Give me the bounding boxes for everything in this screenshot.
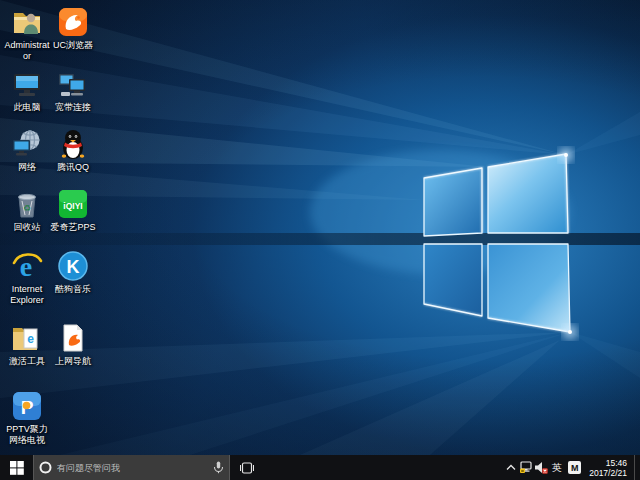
- pptv-icon: P: [11, 389, 44, 422]
- desktop-icon-label: 此电脑: [4, 102, 50, 113]
- wallpaper: [0, 0, 640, 455]
- desktop-icon-label: 爱奇艺PPS: [50, 222, 96, 233]
- language-indicator[interactable]: 英: [548, 461, 565, 475]
- computer-icon: [11, 67, 44, 100]
- desktop-icon-label: 回收站: [4, 222, 50, 233]
- svg-text:iQIYI: iQIYI: [63, 200, 82, 210]
- desktop-icon-recycle-bin[interactable]: ♻ 回收站: [4, 187, 50, 233]
- qq-penguin-icon: [57, 127, 90, 160]
- desktop-icon-pptv[interactable]: P PPTV聚力 网络电视: [4, 389, 50, 446]
- iqiyi-pps-icon: iQIYI: [57, 187, 90, 220]
- vignette-overlay: [0, 0, 640, 455]
- desktop-icon-activation-tool[interactable]: e 激活工具: [4, 321, 50, 367]
- clock-date: 2017/2/21: [589, 468, 627, 478]
- kugou-music-icon: K: [57, 249, 90, 282]
- network-status-icon[interactable]: [518, 455, 533, 480]
- taskbar: 英 M 15:46 2017/2/21: [0, 455, 640, 480]
- desktop-icon-label: 腾讯QQ: [50, 162, 96, 173]
- desktop-icon-network[interactable]: 网络: [4, 127, 50, 173]
- desktop-icon-internet-explorer[interactable]: e Internet Explorer: [4, 249, 50, 306]
- user-folder-icon: [11, 5, 44, 38]
- clock-time: 15:46: [589, 458, 627, 468]
- network-globe-icon: [11, 127, 44, 160]
- search-input[interactable]: [52, 463, 213, 473]
- volume-muted-icon[interactable]: [533, 455, 548, 480]
- desktop-icon-web-navigation[interactable]: 上网导航: [50, 321, 96, 367]
- desktop-icon-qq[interactable]: 腾讯QQ: [50, 127, 96, 173]
- desktop-icon-label: PPTV聚力 网络电视: [4, 424, 50, 446]
- desktop-icon-label: 宽带连接: [50, 102, 96, 113]
- svg-text:e: e: [27, 332, 34, 346]
- windows-desktop: Administrator 此电脑 网络: [0, 0, 640, 480]
- svg-text:♻: ♻: [23, 203, 31, 213]
- desktop-icon-label: 上网导航: [50, 356, 96, 367]
- desktop-icon-kugou[interactable]: K 酷狗音乐: [50, 249, 96, 295]
- windows-logo-icon: [10, 461, 24, 475]
- desktop-icon-label: 激活工具: [4, 356, 50, 367]
- uc-browser-icon: [57, 5, 90, 38]
- desktop-icon-administrator[interactable]: Administrator: [4, 5, 50, 62]
- desktop-icon-uc-browser[interactable]: UC浏览器: [50, 5, 96, 51]
- desktop-icon-label: 酷狗音乐: [50, 284, 96, 295]
- task-view-icon: [240, 462, 254, 474]
- internet-explorer-icon: e: [11, 249, 44, 282]
- show-desktop-button[interactable]: [634, 455, 640, 480]
- tray-expand-icon[interactable]: [503, 455, 518, 480]
- desktop-icon-label: 网络: [4, 162, 50, 173]
- cortana-icon: [39, 461, 52, 474]
- desktop-icon-label: UC浏览器: [50, 40, 96, 51]
- desktop-icon-label: Internet Explorer: [4, 284, 50, 306]
- broadband-connection-icon: [57, 67, 90, 100]
- desktop-icon-iqiyi[interactable]: iQIYI 爱奇艺PPS: [50, 187, 96, 233]
- start-button[interactable]: [0, 455, 33, 480]
- system-tray: 英 M 15:46 2017/2/21: [503, 455, 640, 480]
- clock[interactable]: 15:46 2017/2/21: [584, 458, 634, 478]
- activation-tool-icon: e: [11, 321, 44, 354]
- task-view-button[interactable]: [234, 455, 260, 480]
- search-box[interactable]: [33, 455, 230, 480]
- desktop-icon-broadband[interactable]: 宽带连接: [50, 67, 96, 113]
- desktop-icon-this-pc[interactable]: 此电脑: [4, 67, 50, 113]
- web-navigation-icon: [57, 321, 90, 354]
- ime-icon[interactable]: M: [568, 461, 581, 474]
- microphone-icon[interactable]: [213, 461, 224, 474]
- desktop-icon-label: Administrator: [4, 40, 50, 62]
- recycle-bin-icon: ♻: [11, 187, 44, 220]
- svg-text:K: K: [67, 257, 80, 277]
